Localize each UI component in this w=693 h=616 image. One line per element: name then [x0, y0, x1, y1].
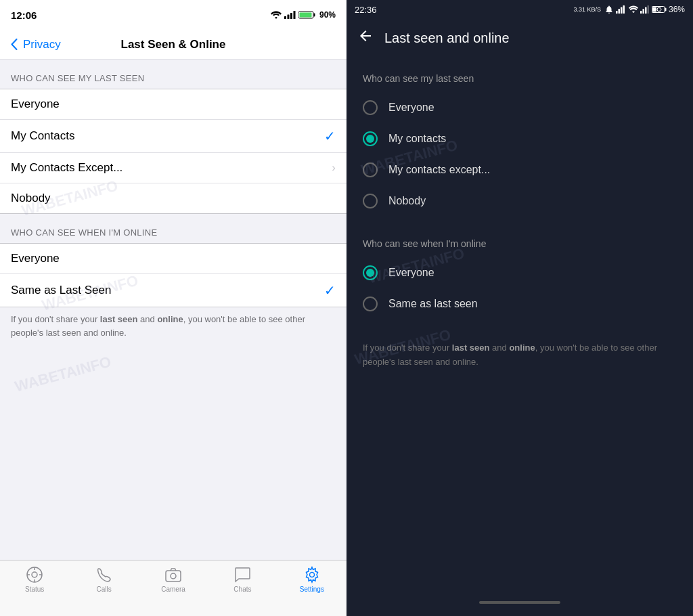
ios-checkmark-my-contacts: ✓	[324, 128, 336, 144]
ios-tab-status-label: Status	[25, 586, 44, 593]
ios-nav-bar: Privacy Last Seen & Online	[0, 30, 346, 60]
ios-option-my-contacts-label: My Contacts	[11, 129, 74, 143]
ios-option-everyone[interactable]: Everyone	[0, 89, 346, 120]
ios-option-my-contacts-except-label: My Contacts Except...	[11, 161, 122, 175]
android-battery-icon	[652, 5, 667, 14]
status-icon	[26, 566, 43, 584]
signal-icon	[284, 11, 296, 19]
ios-last-seen-list: Everyone My Contacts ✓ My Contacts Excep…	[0, 89, 346, 214]
android-option-everyone-label: Everyone	[388, 102, 434, 114]
svg-rect-21	[642, 9, 644, 14]
svg-rect-3	[293, 11, 295, 19]
ios-page-title: Last Seen & Online	[121, 38, 226, 51]
ios-option-my-contacts[interactable]: My Contacts ✓	[0, 120, 346, 153]
svg-rect-1	[287, 15, 289, 20]
android-signal-icon	[616, 5, 627, 14]
android-radio-same-as-last-seen	[363, 296, 378, 311]
android-online-option-same-as-last-seen[interactable]: Same as last seen	[346, 288, 693, 320]
battery-icon	[298, 11, 315, 19]
svg-rect-6	[299, 13, 311, 18]
svg-point-14	[171, 573, 176, 579]
android-online-same-label: Same as last seen	[388, 298, 478, 310]
android-radio-online-everyone	[363, 265, 378, 280]
svg-rect-22	[645, 7, 647, 14]
ios-tab-calls-label: Calls	[96, 586, 111, 593]
android-panel: WABETAINFO WABETAINFO WABETAINFO 22:36 3…	[346, 0, 693, 616]
android-radio-everyone	[363, 100, 378, 115]
svg-point-15	[309, 573, 314, 577]
android-option-nobody[interactable]: Nobody	[346, 185, 693, 217]
android-toolbar: Last seen and online	[346, 19, 693, 57]
android-online-everyone-label: Everyone	[388, 267, 434, 279]
android-nav-pill	[346, 594, 693, 616]
ios-back-button[interactable]: Privacy	[11, 38, 61, 51]
svg-rect-13	[166, 571, 181, 581]
ios-tab-settings-label: Settings	[300, 586, 324, 593]
android-last-seen-section-label: Who can see my last seen	[346, 68, 693, 92]
ios-privacy-note: If you don't share your last seen and on…	[0, 307, 346, 350]
svg-rect-25	[665, 8, 666, 12]
android-option-my-contacts-except[interactable]: My contacts except...	[346, 154, 693, 185]
ios-option-my-contacts-except[interactable]: My Contacts Except... ›	[0, 153, 346, 183]
ios-option-nobody-label: Nobody	[11, 192, 51, 205]
android-online-option-everyone[interactable]: Everyone	[346, 257, 693, 288]
ios-status-bar: 12:06 90%	[0, 0, 346, 30]
android-radio-nobody	[363, 194, 378, 208]
svg-rect-18	[621, 7, 623, 14]
android-wifi-icon	[629, 5, 638, 14]
ios-status-right: 90%	[271, 10, 336, 20]
svg-rect-17	[618, 9, 620, 14]
android-radio-my-contacts-except	[363, 162, 378, 177]
ios-online-option-everyone[interactable]: Everyone	[0, 244, 346, 274]
android-option-nobody-label: Nobody	[388, 195, 426, 207]
android-status-icons: 3.31 KB/S	[573, 5, 685, 14]
android-option-everyone[interactable]: Everyone	[346, 92, 693, 123]
ios-online-list: Everyone Same as Last Seen ✓	[0, 243, 346, 307]
android-divider-2	[346, 320, 693, 336]
ios-tab-camera[interactable]: Camera	[139, 566, 208, 593]
android-option-my-contacts-label: My contacts	[388, 133, 446, 145]
android-back-button[interactable]	[357, 28, 374, 48]
ios-time: 12:06	[11, 9, 37, 21]
ios-back-label: Privacy	[23, 38, 61, 51]
android-battery-label: 36%	[669, 5, 685, 14]
ios-tab-camera-label: Camera	[161, 586, 185, 593]
android-option-my-contacts[interactable]: My contacts	[346, 123, 693, 154]
ios-option-nobody[interactable]: Nobody	[0, 183, 346, 213]
android-online-section-label: Who can see when I'm online	[346, 233, 693, 257]
android-time: 22:36	[355, 5, 377, 15]
ios-battery-label: 90%	[319, 10, 336, 20]
ios-tab-settings[interactable]: Settings	[277, 566, 346, 593]
ios-tab-chats[interactable]: Chats	[208, 566, 277, 593]
wifi-icon	[271, 11, 282, 19]
camera-icon	[164, 566, 182, 584]
ios-checkmark-same-as-last-seen: ✓	[324, 282, 336, 299]
android-data-speed: 3.31 KB/S	[573, 6, 601, 14]
android-privacy-note: If you don't share your last seen and on…	[346, 336, 693, 380]
svg-rect-0	[284, 16, 286, 19]
svg-rect-16	[616, 11, 618, 14]
svg-rect-26	[652, 7, 656, 12]
calls-icon	[95, 566, 113, 584]
svg-rect-5	[313, 14, 315, 17]
ios-tab-calls[interactable]: Calls	[69, 566, 138, 593]
ios-last-seen-section-header: WHO CAN SEE MY LAST SEEN	[0, 60, 346, 89]
android-option-my-contacts-except-label: My contacts except...	[388, 164, 490, 176]
svg-rect-23	[647, 5, 649, 14]
android-page-title: Last seen and online	[384, 30, 510, 46]
android-signal2-icon	[640, 5, 650, 14]
ios-panel: WABETAINFO WABETAINFO WABETAINFO 12:06	[0, 0, 346, 616]
android-status-bar: 22:36 3.31 KB/S	[346, 0, 693, 19]
ios-tab-status[interactable]: Status	[0, 566, 69, 593]
chevron-right-icon: ›	[332, 161, 336, 175]
settings-icon	[303, 566, 321, 584]
android-home-indicator	[479, 601, 560, 604]
chats-icon	[233, 566, 251, 584]
android-radio-my-contacts	[363, 131, 378, 146]
svg-rect-2	[290, 13, 292, 19]
svg-rect-20	[640, 11, 642, 14]
ios-option-everyone-label: Everyone	[11, 97, 60, 111]
android-back-arrow-icon	[357, 28, 374, 44]
ios-online-option-same-as-last-seen[interactable]: Same as Last Seen ✓	[0, 274, 346, 307]
svg-point-8	[32, 572, 37, 577]
